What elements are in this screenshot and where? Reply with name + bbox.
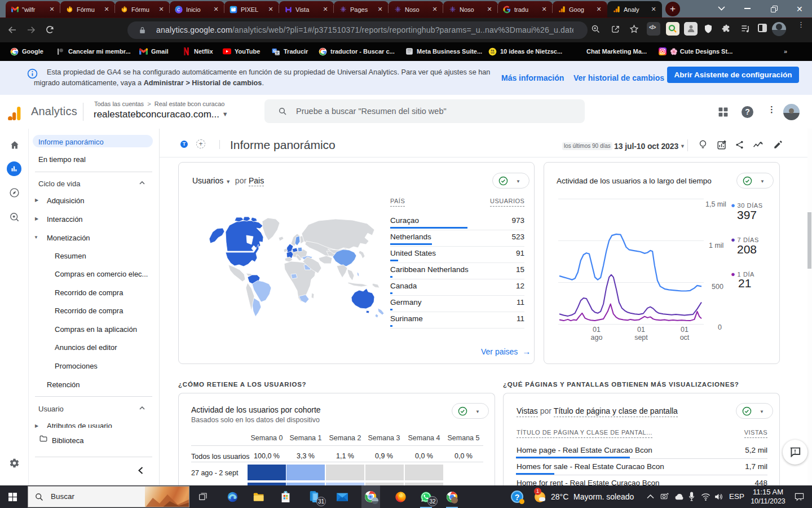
- svg-text:文: 文: [275, 50, 280, 54]
- svg-text:CO: CO: [491, 51, 495, 54]
